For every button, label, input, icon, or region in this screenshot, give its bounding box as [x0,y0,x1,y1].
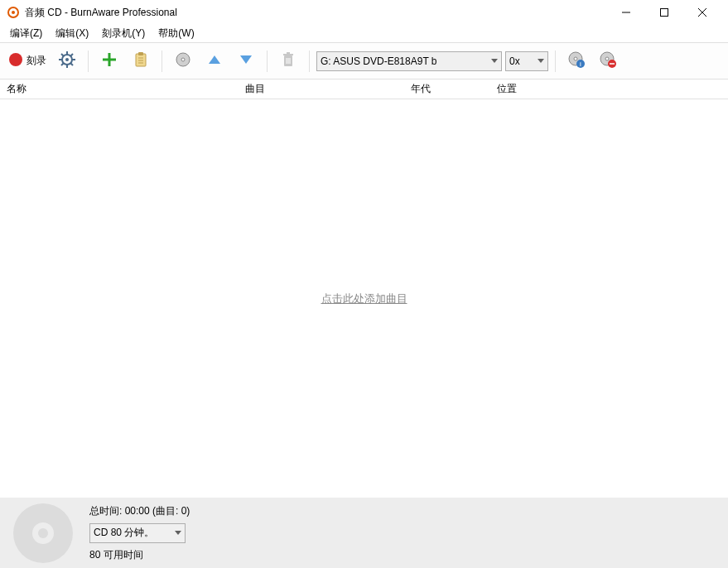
track-list[interactable]: 点击此处添加曲目 [0,99,728,498]
chevron-down-icon [491,59,498,63]
svg-marker-27 [240,55,252,64]
svg-point-8 [65,58,69,61]
svg-line-15 [70,54,73,56]
separator [88,51,89,72]
disc-refresh-button[interactable]: i [562,47,591,75]
column-headers: 名称 曲目 年代 位置 [0,79,728,99]
svg-rect-29 [283,54,293,55]
record-icon [8,52,23,70]
titlebar: 音频 CD - BurnAware Professional [0,0,728,25]
svg-line-13 [61,54,64,56]
add-tracks-link[interactable]: 点击此处添加曲目 [321,291,407,306]
window-title: 音频 CD - BurnAware Professional [25,6,177,20]
total-time-label: 总时间: 00:00 (曲目: 0) [89,504,190,518]
toolbar: 刻录 G: ASUS DVD-E818A9T b 0x i [0,43,728,79]
status-bar: 总时间: 00:00 (曲目: 0) CD 80 分钟。 80 可用时间 [0,498,728,568]
separator [267,51,268,72]
menu-edit[interactable]: 编辑(X) [49,25,95,42]
drive-select-value: G: ASUS DVD-E818A9T b [321,55,437,67]
gear-icon [59,51,75,70]
svg-rect-3 [661,9,668,17]
clipboard-icon [133,51,149,70]
disc-usage-icon [10,500,76,566]
svg-point-1 [12,11,15,14]
options-button[interactable] [53,47,81,75]
svg-line-14 [70,63,73,65]
svg-line-16 [61,63,64,65]
disc-erase-icon [599,51,617,71]
menubar: 编译(Z) 编辑(X) 刻录机(Y) 帮助(W) [0,25,728,43]
close-button[interactable] [683,0,721,25]
svg-point-6 [9,53,22,66]
drive-select[interactable]: G: ASUS DVD-E818A9T b [316,51,502,71]
available-time-label: 80 可用时间 [89,548,190,562]
menu-burner[interactable]: 刻录机(Y) [95,25,152,42]
triangle-down-icon [239,52,253,70]
separator [555,51,556,72]
speed-select-value: 0x [509,55,520,67]
trash-icon [280,51,297,70]
column-name[interactable]: 名称 [0,82,239,96]
column-position[interactable]: 位置 [490,82,728,96]
svg-marker-26 [209,55,220,64]
svg-rect-30 [287,52,290,54]
svg-point-35 [574,57,577,60]
triangle-up-icon [207,52,222,70]
separator [309,51,310,72]
speed-select[interactable]: 0x [505,51,548,71]
plus-icon [101,51,118,70]
chevron-down-icon [538,59,544,63]
disc-info-button[interactable] [169,47,197,75]
app-icon [7,6,20,19]
disc-type-value: CD 80 分钟。 [94,526,154,540]
svg-text:i: i [580,60,581,68]
burn-label: 刻录 [27,54,46,68]
chevron-down-icon [175,531,181,535]
minimize-button[interactable] [607,0,645,25]
delete-button[interactable] [274,47,302,75]
paste-button[interactable] [127,47,155,75]
menu-translate[interactable]: 编译(Z) [3,25,49,42]
disc-refresh-icon: i [567,51,586,71]
column-year[interactable]: 年代 [404,82,490,96]
add-button[interactable] [95,47,123,75]
move-down-button[interactable] [232,47,260,75]
disc-type-select[interactable]: CD 80 分钟。 [89,523,186,543]
separator [162,51,162,72]
svg-point-44 [38,528,48,538]
burn-button[interactable]: 刻录 [5,47,50,75]
menu-help[interactable]: 帮助(W) [152,25,200,42]
disc-icon [175,51,191,70]
column-track[interactable]: 曲目 [239,82,404,96]
svg-point-25 [181,58,185,61]
svg-point-39 [605,57,609,60]
disc-erase-button[interactable] [594,47,622,75]
svg-rect-20 [138,52,143,55]
move-up-button[interactable] [200,47,229,75]
maximize-button[interactable] [645,0,683,25]
